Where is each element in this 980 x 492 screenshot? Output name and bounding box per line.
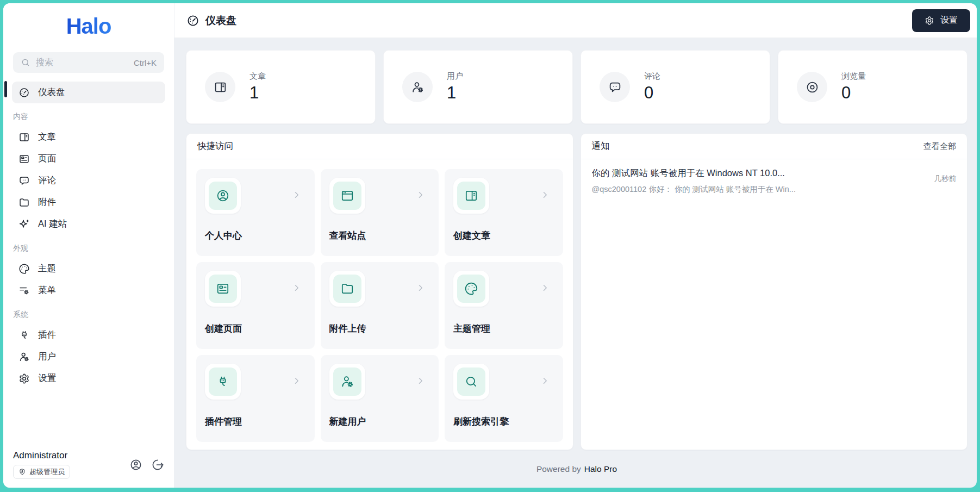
view-all-link[interactable]: 查看全部 bbox=[923, 141, 956, 152]
role-badge-label: 超级管理员 bbox=[29, 467, 65, 477]
tile-label: 新建用户 bbox=[329, 415, 430, 428]
sidebar-item-label: 文章 bbox=[38, 131, 56, 143]
stat-label: 用户 bbox=[447, 71, 463, 82]
notifications-title: 通知 bbox=[592, 140, 610, 152]
palette-icon bbox=[18, 263, 30, 275]
dashboard-content: 文章 1 用户 1 bbox=[174, 38, 977, 488]
stat-texts: 浏览量 0 bbox=[841, 71, 866, 103]
search-icon bbox=[21, 58, 30, 67]
sidebar-item-pages[interactable]: 页面 bbox=[12, 148, 165, 170]
posts-icon bbox=[214, 80, 227, 94]
stat-card-posts[interactable]: 文章 1 bbox=[186, 50, 376, 124]
chevron-right-icon bbox=[291, 283, 302, 293]
browser-icon bbox=[340, 189, 354, 203]
sidebar-item-label: 评论 bbox=[38, 175, 56, 186]
sidebar-item-menus[interactable]: 菜单 bbox=[12, 279, 165, 301]
stat-value: 0 bbox=[841, 83, 866, 103]
sidebar-item-label: 设置 bbox=[38, 372, 56, 384]
sidebar-item-comments[interactable]: 评论 bbox=[12, 170, 165, 191]
stat-icon-wrap bbox=[402, 72, 433, 102]
section-label-system: 系统 bbox=[13, 310, 165, 320]
dashboard-settings-button[interactable]: 设置 bbox=[912, 9, 970, 32]
quick-access-grid: 个人中心 查看站点 创建文章 创建页面 bbox=[186, 159, 573, 450]
sidebar-item-label: 插件 bbox=[38, 329, 56, 341]
folder-icon bbox=[18, 197, 30, 208]
chevron-right-icon bbox=[415, 190, 426, 200]
sidebar-item-themes[interactable]: 主题 bbox=[12, 258, 165, 279]
sidebar: Halo Ctrl+K 仪表盘 内容 文章 页面 评论 bbox=[3, 3, 174, 488]
pages-icon bbox=[18, 153, 30, 165]
sidebar-item-label: 菜单 bbox=[38, 284, 56, 296]
gear-icon bbox=[18, 373, 30, 384]
stat-value: 1 bbox=[249, 83, 266, 103]
tile-plugin-management[interactable]: 插件管理 bbox=[196, 355, 315, 442]
sidebar-item-label: 页面 bbox=[38, 153, 56, 165]
sidebar-item-ai-builder[interactable]: 主题 AI 建站 bbox=[12, 213, 165, 235]
gear-icon bbox=[925, 16, 934, 26]
chevron-right-icon bbox=[415, 283, 426, 293]
tile-upload-attachment[interactable]: 附件上传 bbox=[321, 262, 439, 349]
user-gear-icon bbox=[340, 375, 354, 389]
tile-refresh-search-engine[interactable]: 刷新搜索引擎 bbox=[445, 355, 563, 442]
sidebar-item-label: 用户 bbox=[38, 351, 56, 363]
sidebar-item-dashboard[interactable]: 仪表盘 bbox=[12, 82, 165, 103]
stat-label: 浏览量 bbox=[841, 71, 866, 82]
comment-icon bbox=[608, 80, 622, 94]
sidebar-item-label: 主题 bbox=[38, 263, 56, 275]
tile-label: 创建页面 bbox=[205, 322, 306, 335]
stat-value: 1 bbox=[447, 83, 463, 103]
stat-card-users[interactable]: 用户 1 bbox=[383, 50, 573, 124]
stat-texts: 用户 1 bbox=[447, 71, 463, 103]
tile-label: 附件上传 bbox=[329, 322, 430, 335]
tile-new-user[interactable]: 新建用户 bbox=[321, 355, 439, 442]
tile-profile-center[interactable]: 个人中心 bbox=[196, 169, 315, 256]
active-item-indicator bbox=[4, 81, 7, 97]
stat-card-views[interactable]: 浏览量 0 bbox=[778, 50, 967, 124]
chevron-right-icon bbox=[291, 376, 302, 386]
search-shortcut-hint: Ctrl+K bbox=[134, 58, 157, 67]
user-info: Administrator 超级管理员 bbox=[13, 450, 70, 479]
sidebar-item-posts[interactable]: 文章 bbox=[12, 126, 165, 148]
sidebar-item-attachments[interactable]: 附件 bbox=[12, 191, 165, 213]
notification-item[interactable]: 你的 测试网站 账号被用于在 Windows NT 10.0... @qsc20… bbox=[581, 159, 967, 203]
stat-label: 文章 bbox=[249, 71, 266, 82]
stat-label: 评论 bbox=[644, 71, 660, 82]
posts-icon bbox=[18, 132, 30, 143]
stat-texts: 文章 1 bbox=[249, 71, 266, 103]
user-name: Administrator bbox=[13, 450, 70, 461]
stats-row: 文章 1 用户 1 bbox=[186, 50, 967, 124]
notification-time: 几秒前 bbox=[934, 174, 957, 184]
logout-icon[interactable] bbox=[151, 458, 164, 471]
user-actions bbox=[129, 458, 164, 471]
menu-gear-icon bbox=[18, 285, 30, 296]
tile-create-page[interactable]: 创建页面 bbox=[196, 262, 315, 349]
halo-pro-link[interactable]: Halo Pro bbox=[584, 464, 617, 474]
search-input-box[interactable]: Ctrl+K bbox=[13, 52, 164, 73]
tile-theme-management[interactable]: 主题管理 bbox=[445, 262, 563, 349]
tile-create-post[interactable]: 创建文章 bbox=[445, 169, 563, 256]
sidebar-item-users[interactable]: 用户 bbox=[12, 346, 165, 368]
sidebar-item-settings[interactable]: 设置 bbox=[12, 368, 165, 389]
stat-card-comments[interactable]: 评论 0 bbox=[580, 50, 770, 124]
sidebar-item-label: 附件 bbox=[38, 196, 56, 208]
comment-icon bbox=[18, 175, 30, 186]
stat-icon-wrap bbox=[797, 72, 827, 102]
posts-icon bbox=[464, 189, 478, 203]
halo-logo[interactable]: Halo bbox=[66, 14, 111, 39]
user-circle-icon[interactable] bbox=[129, 458, 142, 471]
chevron-right-icon bbox=[291, 190, 302, 200]
chevron-right-icon bbox=[415, 376, 426, 386]
tile-label: 个人中心 bbox=[205, 229, 306, 242]
search-input[interactable] bbox=[36, 58, 128, 67]
stat-value: 0 bbox=[644, 83, 660, 103]
tile-view-site[interactable]: 查看站点 bbox=[321, 169, 439, 256]
user-gear-icon bbox=[18, 351, 30, 363]
chevron-right-icon bbox=[540, 283, 550, 293]
notifications-header: 通知 查看全部 bbox=[581, 134, 967, 159]
panels-row: 快捷访问 个人中心 查看站点 创建文章 bbox=[186, 133, 967, 450]
sidebar-item-plugins[interactable]: 插件 bbox=[12, 324, 165, 346]
pages-icon bbox=[216, 282, 230, 296]
user-shield-icon bbox=[18, 468, 26, 476]
chevron-right-icon bbox=[540, 190, 550, 200]
search-icon bbox=[464, 375, 478, 389]
